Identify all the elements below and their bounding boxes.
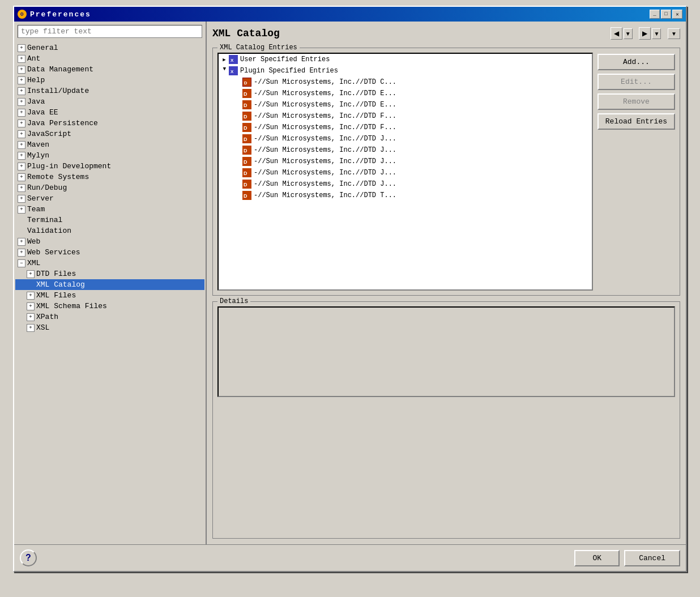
expand-icon [234,135,241,142]
entries-list: ▶ X User Specified Entries [219,54,592,289]
cancel-button[interactable]: Cancel [624,550,680,566]
remove-button[interactable]: Remove [597,93,675,110]
entry-user-specified[interactable]: ▶ X User Specified Entries [219,54,592,65]
sidebar-item-plugin-development[interactable]: + Plug-in Development [15,161,204,172]
sidebar-item-install-update[interactable]: + Install/Update [15,86,204,96]
edit-button[interactable]: Edit... [597,74,675,90]
expand-icon: + [18,238,25,246]
dtd-icon: D [242,191,251,200]
panel-header: XML Catalog ◀ ▼ ▶ ▼ ▼ [212,27,680,40]
expand-icon [234,169,241,176]
catalog-entries-label: XML Catalog Entries [217,44,300,52]
entry-dtd-5[interactable]: D -//Sun Microsystems, Inc.//DTD F... [219,122,592,133]
expand-icon: + [18,98,25,106]
window-title: Preferences [30,10,91,19]
expand-icon: ▶ [221,67,228,74]
reload-entries-button[interactable]: Reload Entries [597,113,675,130]
sidebar-item-maven[interactable]: + Maven [15,139,204,150]
add-button[interactable]: Add... [597,54,675,70]
forward-button[interactable]: ▶ [639,27,651,40]
sidebar-item-team[interactable]: + Team [15,204,204,215]
minimize-button[interactable]: _ [650,10,660,19]
help-button[interactable]: ? [20,549,37,566]
entry-dtd-11[interactable]: D -//Sun Microsystems, Inc.//DTD T... [219,190,592,201]
expand-icon: + [18,55,25,63]
forward-dropdown[interactable]: ▼ [652,28,661,39]
expand-icon: + [18,173,25,181]
expand-icon: + [27,324,35,332]
catalog-entries-group: XML Catalog Entries ▶ X [212,48,680,296]
back-dropdown[interactable]: ▼ [624,28,633,39]
sidebar-item-java-persistence[interactable]: + Java Persistence [15,118,204,129]
expand-icon: ▶ [221,56,228,63]
entry-dtd-3[interactable]: D -//Sun Microsystems, Inc.//DTD E... [219,99,592,110]
title-bar: ⚙ Preferences _ □ ✕ [14,7,686,22]
sidebar-item-general[interactable]: + General [15,42,204,53]
svg-text:D: D [244,159,247,165]
sidebar-item-xml-catalog[interactable]: XML Catalog [15,279,204,290]
sidebar-item-dtd-files[interactable]: + DTD Files [15,268,204,279]
sidebar-item-mylyn[interactable]: + Mylyn [15,150,204,161]
sidebar-item-server[interactable]: + Server [15,193,204,204]
maximize-button[interactable]: □ [661,10,671,19]
expand-icon [234,124,241,131]
svg-text:X: X [231,58,234,63]
svg-text:D: D [244,114,247,120]
dtd-icon: D [242,157,251,166]
history-dropdown[interactable]: ▼ [668,28,680,39]
entries-area: ▶ X User Specified Entries [217,53,675,291]
expand-icon: + [18,44,25,52]
sidebar-item-xml-schema-files[interactable]: + XML Schema Files [15,301,204,312]
entry-dtd-1[interactable]: D -//Sun Microsystems, Inc.//DTD C... [219,76,592,88]
sidebar-item-xpath[interactable]: + XPath [15,312,204,322]
svg-text:X: X [231,69,234,74]
entry-dtd-10[interactable]: D -//Sun Microsystems, Inc.//DTD J... [219,178,592,190]
sidebar-item-xml-files[interactable]: + XML Files [15,290,204,301]
filter-input[interactable] [18,25,202,38]
dtd-icon: D [242,89,251,98]
expand-icon [234,101,241,108]
sidebar-item-javascript[interactable]: + JavaScript [15,129,204,139]
sidebar-item-xml[interactable]: − XML [15,258,204,268]
dtd-icon: D [242,180,251,189]
ok-button[interactable]: OK [574,550,620,566]
bottom-buttons: OK Cancel [574,550,680,566]
sidebar-item-remote-systems[interactable]: + Remote Systems [15,172,204,182]
expand-icon [234,90,241,97]
sidebar-item-data-management[interactable]: + Data Management [15,64,204,75]
close-button[interactable]: ✕ [672,10,682,19]
sidebar-item-java[interactable]: + Java [15,96,204,107]
expand-icon [234,113,241,120]
sidebar-item-web-services[interactable]: + Web Services [15,247,204,258]
dtd-icon: D [242,168,251,177]
entry-dtd-8[interactable]: D -//Sun Microsystems, Inc.//DTD J... [219,156,592,167]
sidebar-item-validation[interactable]: Validation [15,225,204,236]
sidebar-item-java-ee[interactable]: + Java EE [15,107,204,118]
svg-text:D: D [244,80,247,86]
right-panel: XML Catalog ◀ ▼ ▶ ▼ ▼ XML Catalog Entrie… [207,22,686,544]
back-button[interactable]: ◀ [611,27,622,40]
title-buttons: _ □ ✕ [650,10,682,19]
entry-dtd-4[interactable]: D -//Sun Microsystems, Inc.//DTD F... [219,110,592,122]
sidebar-item-help[interactable]: + Help [15,75,204,86]
expand-icon [234,147,241,153]
svg-text:D: D [244,91,247,97]
entry-dtd-6[interactable]: D -//Sun Microsystems, Inc.//DTD J... [219,133,592,144]
expand-icon: + [18,66,25,74]
xml-icon: X [229,66,238,75]
entry-dtd-2[interactable]: D -//Sun Microsystems, Inc.//DTD E... [219,88,592,99]
sidebar-item-terminal[interactable]: Terminal [15,215,204,225]
sidebar-item-run-debug[interactable]: + Run/Debug [15,182,204,193]
entry-dtd-9[interactable]: D -//Sun Microsystems, Inc.//DTD J... [219,167,592,178]
app-icon: ⚙ [18,10,27,19]
entry-plugin-specified[interactable]: ▶ X Plugin Specified Entries [219,65,592,76]
sidebar-item-web[interactable]: + Web [15,236,204,247]
dtd-icon: D [242,78,251,87]
svg-text:D: D [244,170,247,176]
dtd-icon: D [242,123,251,132]
entry-dtd-7[interactable]: D -//Sun Microsystems, Inc.//DTD J... [219,144,592,156]
bottom-bar: ? OK Cancel [14,544,686,571]
sidebar-item-xsl[interactable]: + XSL [15,322,204,333]
left-panel: + General + Ant + Data Management + Help… [14,22,207,544]
sidebar-item-ant[interactable]: + Ant [15,53,204,64]
